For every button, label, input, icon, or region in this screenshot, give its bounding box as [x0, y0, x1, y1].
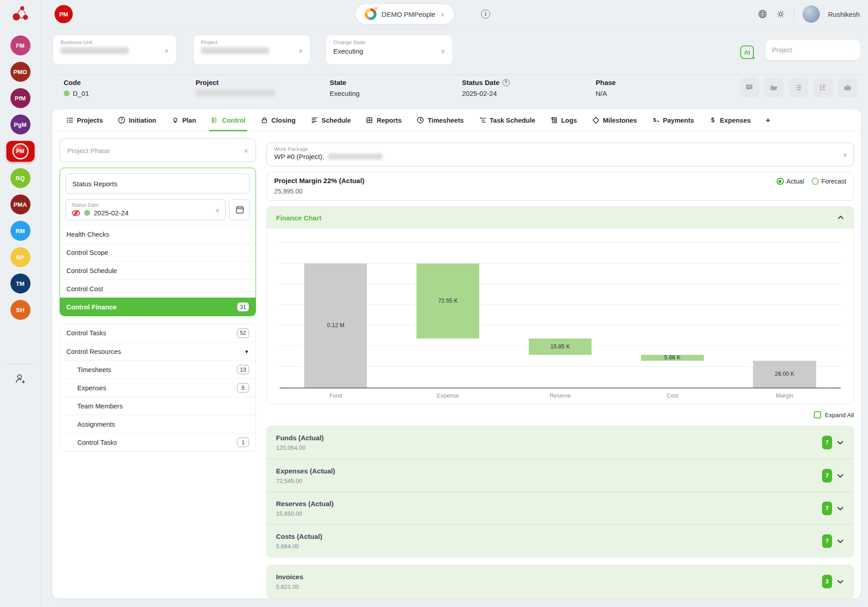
- status-reports-field[interactable]: Status Reports: [65, 174, 250, 194]
- tab-reports[interactable]: Reports: [366, 109, 401, 131]
- role-badge-rm[interactable]: RM: [10, 221, 30, 241]
- finance-chart: 0.12 M72.55 K15.85 K5.66 K26.00 K FundEx…: [267, 229, 853, 403]
- tab-control[interactable]: Control: [211, 109, 246, 131]
- phase-item-list: Health ChecksControl ScopeControl Schedu…: [60, 225, 256, 316]
- tab-expenses[interactable]: $Expenses: [709, 109, 751, 131]
- tab-logs[interactable]: Logs: [550, 109, 577, 131]
- add-user-icon[interactable]: [15, 373, 26, 387]
- info-icon[interactable]: i: [481, 10, 490, 19]
- panel-item-health-checks[interactable]: Health Checks: [60, 225, 256, 243]
- finance-chart-header[interactable]: Finance Chart: [267, 207, 853, 229]
- project-label: Project: [201, 40, 303, 45]
- radio-dot-unselected: [812, 178, 819, 185]
- tab-milestones[interactable]: Milestones: [592, 109, 637, 131]
- comments-button[interactable]: [739, 78, 759, 98]
- panel-item-team-members[interactable]: Team Members: [60, 397, 256, 415]
- role-badge-fm[interactable]: FM: [10, 35, 30, 55]
- project-phase-select[interactable]: Project Phase ∨: [60, 139, 256, 162]
- chart-bar-margin: 26.00 K: [753, 361, 816, 388]
- radio-actual[interactable]: Actual: [777, 178, 804, 185]
- globe-icon[interactable]: [758, 9, 768, 19]
- accordion-value: 120,054.00: [276, 444, 324, 451]
- change-state-select[interactable]: Change State Executing ∨: [326, 35, 452, 65]
- ai-assistant-button[interactable]: AI ✦: [740, 45, 754, 59]
- collapse-triangle-icon[interactable]: ▼: [244, 349, 249, 354]
- chevron-down-icon[interactable]: [836, 438, 844, 447]
- accordion-reserves-actual[interactable]: Reserves (Actual)15,850.007: [267, 492, 853, 524]
- search-icon[interactable]: [854, 46, 855, 54]
- project-margin-value: 25,995.00: [274, 188, 364, 195]
- role-badge-label: PM: [12, 143, 29, 159]
- project-header: Project: [196, 79, 275, 86]
- panel-item-timesheets[interactable]: Timesheets13: [60, 360, 256, 378]
- tab-task-schedule[interactable]: Task Schedule: [479, 109, 535, 131]
- calendar-button[interactable]: [229, 199, 250, 220]
- tab-timesheets[interactable]: Timesheets: [416, 109, 464, 131]
- panel-item-label: Health Checks: [66, 231, 109, 238]
- role-badge-sh[interactable]: SH: [10, 300, 30, 320]
- project-select[interactable]: Project ∨: [194, 35, 310, 65]
- briefcase-button[interactable]: [838, 78, 858, 98]
- status-date-select[interactable]: Status Date 2025-02-24 ∨: [65, 199, 226, 220]
- control-side-panel: Project Phase ∨ Status Reports Status Da…: [60, 139, 256, 452]
- accordion-expenses-actual[interactable]: Expenses (Actual)72,545.007: [267, 459, 853, 492]
- role-badge-pma[interactable]: PMA: [10, 194, 30, 214]
- tab-closing[interactable]: Closing: [261, 109, 296, 131]
- panel-item-control-tasks[interactable]: Control Tasks52: [60, 324, 256, 342]
- role-rail: FMPMOPfMPgMPMRQPMARMSPTMSH: [0, 0, 41, 607]
- accordion-invoices[interactable]: Invoices5,621.003: [267, 565, 853, 598]
- finance-accordions: Funds (Actual)120,054.007Expenses (Actua…: [266, 426, 854, 557]
- chart-bar-value-label: 15.85 K: [550, 343, 570, 350]
- tab-plan[interactable]: Plan: [171, 109, 196, 131]
- control-icon: [211, 116, 219, 124]
- panel-item-expenses[interactable]: Expenses5: [60, 378, 256, 397]
- expand-all-checkbox[interactable]: [814, 411, 821, 418]
- accordion-costs-actual[interactable]: Costs (Actual)5,664.007: [267, 524, 853, 557]
- role-badge-rq[interactable]: RQ: [10, 168, 30, 188]
- chevron-down-icon[interactable]: [836, 537, 844, 545]
- role-badge-sp[interactable]: SP: [10, 247, 30, 267]
- control-finance-content: Work Package WP #0 (Project): ∨ Project …: [266, 143, 854, 598]
- radio-forecast[interactable]: Forecast: [812, 178, 846, 185]
- role-badge-pfm[interactable]: PfM: [10, 88, 30, 108]
- help-icon[interactable]: ?: [502, 79, 510, 86]
- calendar-icon: [236, 205, 244, 214]
- radio-actual-label: Actual: [787, 178, 804, 185]
- role-badge-tm[interactable]: TM: [10, 274, 30, 294]
- role-badge-pm-active[interactable]: PM: [6, 141, 35, 162]
- project-margin-card: Project Margin 22% (Actual) 25,995.00 Ac…: [266, 172, 854, 201]
- outline-button[interactable]: [813, 78, 833, 98]
- panel-item-control-schedule[interactable]: Control Schedule: [60, 261, 256, 279]
- tab-schedule[interactable]: Schedule: [311, 109, 351, 131]
- list-button[interactable]: [788, 78, 808, 98]
- chevron-down-icon[interactable]: [836, 577, 844, 586]
- project-search-input[interactable]: [772, 46, 854, 54]
- panel-item-control-cost[interactable]: Control Cost: [60, 279, 256, 298]
- tab-add[interactable]: +: [766, 109, 770, 131]
- folder-button[interactable]: [764, 78, 784, 98]
- accordion-title: Invoices: [276, 573, 303, 581]
- org-selector[interactable]: ★ DEMO PMPeople ∨: [356, 4, 454, 24]
- chevron-down-icon[interactable]: [836, 504, 844, 512]
- panel-item-control-resources[interactable]: Control Resources▼: [60, 342, 256, 360]
- work-package-select[interactable]: Work Package WP #0 (Project): ∨: [266, 143, 854, 166]
- finance-chart-plot: 0.12 M72.55 K15.85 K5.66 K26.00 K: [280, 239, 841, 388]
- panel-item-control-scope[interactable]: Control Scope: [60, 243, 256, 261]
- business-unit-select[interactable]: Business Unit ∨: [53, 35, 176, 65]
- tab-initiation[interactable]: ?Initiation: [118, 109, 156, 131]
- panel-item-assignments[interactable]: Assignments: [60, 415, 256, 433]
- panel-item-control-finance[interactable]: Control Finance31: [60, 298, 256, 316]
- avatar[interactable]: [803, 5, 820, 23]
- role-badge-pmo[interactable]: PMO: [10, 62, 30, 82]
- chevron-up-icon[interactable]: [837, 214, 844, 221]
- chevron-down-icon[interactable]: [836, 472, 844, 480]
- panel-item-label: Control Resources: [66, 348, 121, 355]
- accordion-funds-actual[interactable]: Funds (Actual)120,054.007: [267, 426, 853, 459]
- accordion-title: Expenses (Actual): [276, 467, 335, 475]
- role-badge-pgm[interactable]: PgM: [10, 114, 30, 134]
- panel-item-control-tasks[interactable]: Control Tasks1: [60, 433, 256, 451]
- gear-icon[interactable]: [776, 9, 786, 19]
- tab-payments[interactable]: $Payments: [652, 109, 694, 131]
- tab-projects[interactable]: Projects: [66, 109, 103, 131]
- projects-icon: [66, 116, 74, 124]
